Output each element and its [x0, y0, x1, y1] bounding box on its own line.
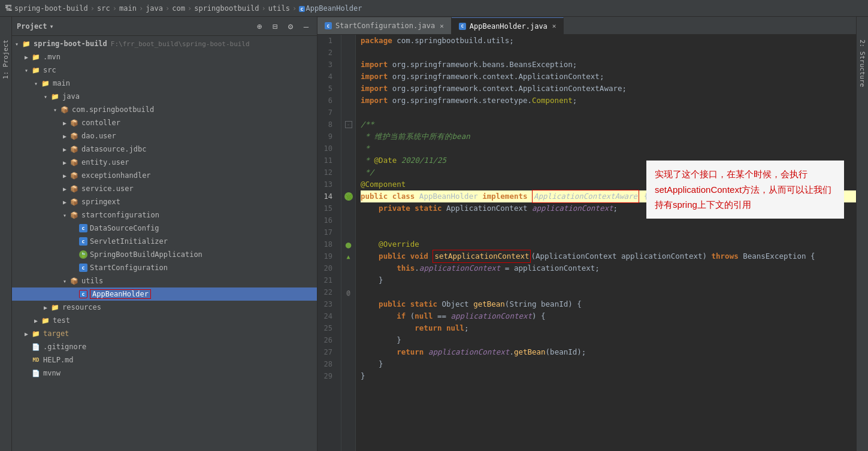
tab-appbeanholder[interactable]: c AppBeanHolder.java ✕ — [452, 17, 564, 34]
code-line-4: import org.springframework.context.Appli… — [361, 71, 856, 83]
tree-item-main[interactable]: ▾ 📁 main — [12, 77, 317, 90]
gutter-25 — [341, 322, 355, 334]
ln-21: 21 — [317, 274, 336, 286]
add-btn[interactable]: ⊕ — [253, 20, 265, 32]
tree-item-mvnw[interactable]: 📄 mvnw — [12, 367, 317, 380]
tree-item-service[interactable]: ▶ 📦 service.user — [12, 182, 317, 195]
tree-item-com[interactable]: ▾ 📦 com.springbootbuild — [12, 103, 317, 116]
tree-item-appbeanholder[interactable]: c AppBeanHolder — [12, 287, 317, 301]
code-editor[interactable]: package com.springbootbuild.utils; impor… — [356, 35, 856, 451]
code-line-24: if (null == applicationContext) { — [361, 310, 856, 322]
tree-item-datasourceconfig[interactable]: c DataSourceConfig — [12, 222, 317, 235]
ln-13: 13 — [317, 178, 336, 190]
package-icon-exception: 📦 — [69, 171, 79, 180]
tab-label-appbeanholder: AppBeanHolder.java — [470, 22, 548, 31]
title-item-6: springbootbuild — [194, 4, 259, 13]
folder-icon-resources: 📁 — [50, 302, 60, 312]
structure-tab[interactable]: 2: Structure — [857, 35, 867, 92]
code-line-19: public void setApplicationContext(Applic… — [361, 250, 856, 262]
tab-close-appbeanholder[interactable]: ✕ — [552, 22, 557, 30]
arrow-resources: ▶ — [41, 304, 50, 311]
class-icon-servlet: c — [79, 237, 87, 246]
arrow-java: ▾ — [41, 93, 50, 100]
fold-8[interactable]: - — [345, 121, 352, 128]
ln-17: 17 — [317, 226, 336, 238]
tree-item-root[interactable]: ▾ 📁 spring-boot-build F:\frr_boot_build\… — [12, 37, 317, 50]
title-item-1: spring-boot-build — [14, 4, 88, 13]
code-line-23: public static Object getBean(String bean… — [361, 298, 856, 310]
tree-item-startconfig[interactable]: ▾ 📦 startconfiguration — [12, 208, 317, 222]
project-panel: Project ▾ ⊕ ⊟ ⚙ — ▾ 📁 spring-boot-build … — [12, 17, 317, 451]
label-appbeanholder: AppBeanHolder — [90, 289, 151, 299]
label-dao: dao.user — [81, 132, 116, 140]
settings-btn[interactable]: ⚙ — [285, 20, 297, 32]
gutter-29 — [341, 370, 355, 382]
callout-text: 实现了这个接口，在某个时候，会执行setApplicationContext方法… — [655, 169, 831, 210]
arrow-utils: ▾ — [60, 278, 69, 284]
sep5: › — [187, 4, 192, 13]
ln-23: 23 — [317, 298, 336, 310]
left-tab-bar: 1: Project — [0, 17, 12, 451]
ln-16: 16 — [317, 214, 336, 226]
tree-view: ▾ 📁 spring-boot-build F:\frr_boot_build\… — [12, 36, 317, 451]
close-btn[interactable]: — — [300, 20, 312, 32]
tree-item-resources[interactable]: ▶ 📁 resources — [12, 301, 317, 314]
tree-item-dao[interactable]: ▶ 📦 dao.user — [12, 129, 317, 143]
gutter-12 — [341, 167, 355, 178]
project-tab[interactable]: 1: Project — [1, 35, 11, 84]
panel-header: Project ▾ ⊕ ⊟ ⚙ — — [12, 17, 317, 36]
arrow-target: ▶ — [22, 331, 31, 337]
title-item-3: main — [119, 4, 137, 13]
tree-item-contoller[interactable]: ▶ 📦 contoller — [12, 116, 317, 129]
label-springbootapp: SpringBootBuildApplication — [90, 250, 202, 259]
ln-11: 11 — [317, 155, 336, 167]
tree-item-utils[interactable]: ▾ 📦 utils — [12, 274, 317, 287]
code-line-8: /** — [361, 119, 856, 131]
label-utils: utils — [81, 277, 103, 285]
collapse-btn[interactable]: ⊟ — [269, 20, 281, 32]
tree-item-target[interactable]: ▶ 📁 target — [12, 327, 317, 340]
class-icon-datasourceconfig: c — [79, 224, 87, 232]
tree-item-exception[interactable]: ▶ 📦 exceptionhandler — [12, 169, 317, 182]
gutter-6 — [341, 95, 355, 107]
arrow-main: ▾ — [31, 80, 41, 87]
arrow-src: ▾ — [22, 67, 31, 74]
tree-item-java[interactable]: ▾ 📁 java — [12, 90, 317, 103]
arrow-contoller: ▶ — [60, 120, 69, 126]
label-test: test — [53, 316, 70, 325]
arrow-test: ▶ — [31, 317, 41, 324]
tree-item-mvn[interactable]: ▶ 📁 .mvn — [12, 50, 317, 63]
gutter-10 — [341, 143, 355, 155]
arrow-root: ▾ — [12, 41, 22, 47]
ln-9: 9 — [317, 131, 336, 143]
gutter-26 — [341, 334, 355, 346]
sep6: › — [262, 4, 266, 13]
tree-item-gitignore[interactable]: 📄 .gitignore — [12, 340, 317, 353]
title-item-7: utils — [268, 4, 290, 13]
ln-4: 4 — [317, 71, 336, 83]
gutter-21 — [341, 274, 355, 286]
editor-content[interactable]: 1 2 3 4 5 6 7 8 9 10 11 12 13 14 15 16 1 — [317, 35, 856, 451]
ln-1: 1 — [317, 35, 336, 47]
arrow-exception: ▶ — [60, 172, 69, 179]
code-line-26: } — [361, 334, 856, 346]
label-target: target — [43, 329, 69, 338]
gutter-22: @ — [341, 286, 355, 298]
tree-item-helpmd[interactable]: MD HELP.md — [12, 353, 317, 367]
tree-item-springext[interactable]: ▶ 📦 springext — [12, 195, 317, 208]
tree-item-startconfigclass[interactable]: c StartConfiguration — [12, 261, 317, 274]
panel-dropdown-icon[interactable]: ▾ — [50, 22, 54, 31]
ln-7: 7 — [317, 107, 336, 119]
tab-close-startconfig[interactable]: ✕ — [440, 22, 444, 30]
tree-item-entity[interactable]: ▶ 📦 entity.user — [12, 156, 317, 169]
tree-item-datasource[interactable]: ▶ 📦 datasource.jdbc — [12, 143, 317, 156]
tree-item-servlet[interactable]: c ServletInitializer — [12, 235, 317, 248]
ln-18: 18 — [317, 238, 336, 250]
label-src: src — [43, 66, 56, 74]
arrow-startconfig: ▾ — [60, 212, 69, 219]
tree-item-test[interactable]: ▶ 📁 test — [12, 314, 317, 327]
gutter: - 🌿 ● — [341, 35, 356, 451]
tree-item-src[interactable]: ▾ 📁 src — [12, 63, 317, 77]
tree-item-springbootapp[interactable]: 🍃 SpringBootBuildApplication — [12, 248, 317, 261]
tab-startconfig[interactable]: c StartConfiguration.java ✕ — [317, 17, 452, 34]
